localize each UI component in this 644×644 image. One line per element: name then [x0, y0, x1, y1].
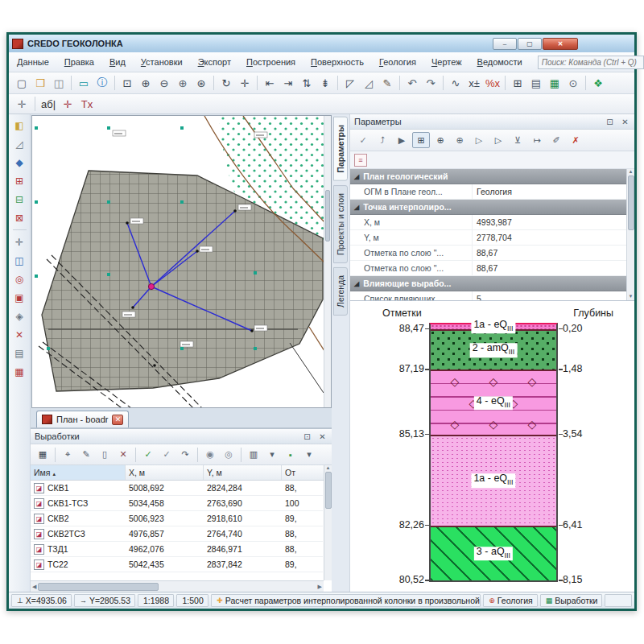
screen-scale-value[interactable]: 1:1988: [138, 594, 175, 607]
property-row[interactable]: Y, м2778,704: [350, 230, 626, 246]
apply-check-icon[interactable]: ✓: [354, 132, 372, 148]
menu-item-3[interactable]: Установки: [141, 57, 183, 67]
map-vertical-scrollbar[interactable]: [324, 116, 331, 407]
sheet-layout-icon[interactable]: ▤: [527, 74, 545, 92]
lock-closed-icon[interactable]: ◉: [201, 447, 219, 463]
menu-item-6[interactable]: Поверхность: [311, 57, 364, 67]
select-contour-icon[interactable]: ◿: [360, 74, 378, 92]
plan-tab-close-icon[interactable]: ✕: [112, 415, 123, 425]
screen-view-icon[interactable]: ▭: [75, 74, 93, 92]
sheet-icon[interactable]: ▤: [11, 345, 28, 361]
more-down-icon[interactable]: ⇟: [316, 74, 334, 92]
capture-cross-icon[interactable]: ⊞: [412, 132, 430, 148]
column-header-z[interactable]: От: [282, 465, 323, 480]
move-point-icon[interactable]: ⊕: [451, 132, 469, 148]
help-book-icon[interactable]: ❖: [589, 74, 607, 92]
menu-item-2[interactable]: Вид: [109, 57, 126, 67]
cursor-capture-icon[interactable]: ▷: [470, 132, 488, 148]
grid-red-icon[interactable]: ⊞: [11, 172, 28, 189]
table-row[interactable]: ◪ТЗД14962,0762846,97188,: [31, 542, 323, 557]
table-row[interactable]: ◪ТС225042,4352837,84289,: [31, 557, 323, 572]
close-button[interactable]: ✕: [543, 38, 578, 50]
geo-layer-2[interactable]: 2 - amQIII: [431, 331, 556, 371]
move-anchor-icon[interactable]: ✛: [13, 95, 31, 113]
property-row[interactable]: ОГМ в Плане геол...Геология: [350, 184, 626, 200]
pan-right-icon[interactable]: ⇥: [279, 74, 297, 92]
redo-icon[interactable]: ↷: [422, 74, 440, 92]
menu-item-9[interactable]: Ведомости: [477, 57, 522, 67]
table-vertical-scrollbar[interactable]: ▲: [324, 465, 332, 580]
fit-view-icon[interactable]: ✛: [236, 74, 254, 92]
points-icon[interactable]: ◆: [11, 154, 28, 171]
new-document-icon[interactable]: ▢: [13, 74, 31, 92]
select-rect-icon[interactable]: ◸: [341, 74, 359, 92]
tab-legend[interactable]: Легенда: [333, 267, 348, 316]
menu-item-5[interactable]: Построения: [246, 57, 295, 67]
selection-mode-icon[interactable]: ≡: [354, 154, 367, 167]
search-region-icon[interactable]: ⊞: [509, 74, 526, 92]
apply-icon[interactable]: ✓: [139, 447, 157, 463]
find-borehole-icon[interactable]: ⌖: [59, 447, 76, 463]
geo-layer-4[interactable]: 1а - eQIII: [431, 436, 556, 527]
delete-borehole-icon[interactable]: ▯: [96, 447, 114, 463]
columns-settings-icon[interactable]: ▥: [245, 447, 262, 463]
geological-column-view[interactable]: Отметки Глубины 1а - eQIII2 - amQIII◇◇◇◇…: [350, 301, 634, 592]
open-folder-icon[interactable]: ❒: [31, 74, 49, 92]
move-origin-icon[interactable]: ⊕: [431, 132, 449, 148]
dropdown-icon[interactable]: ▾: [263, 447, 281, 463]
trajectory-icon[interactable]: ∿: [447, 74, 464, 92]
percent-x-icon[interactable]: %x: [484, 74, 502, 92]
triangulation-icon[interactable]: ◿: [11, 135, 28, 152]
tab-parameters[interactable]: Параметры: [333, 117, 348, 181]
geo-layer-1[interactable]: 1а - eQIII: [431, 324, 556, 331]
grid-delete-icon[interactable]: ⊠: [11, 209, 28, 226]
refresh-icon[interactable]: ↻: [217, 74, 235, 92]
box-red-icon[interactable]: ▣: [11, 289, 28, 306]
menu-item-0[interactable]: Данные: [17, 57, 49, 67]
table-row[interactable]: ◪СКВ2ТСЗ4976,8572764,74088,: [31, 526, 323, 542]
menu-item-8[interactable]: Чертеж: [431, 57, 462, 67]
property-group-header[interactable]: ◢План геологический: [350, 169, 626, 184]
restore-icon[interactable]: ↷: [176, 447, 194, 463]
picker-icon[interactable]: ✐: [547, 132, 565, 148]
redirect-icon[interactable]: ⤴: [374, 132, 391, 148]
grid-green-icon[interactable]: ⊟: [11, 191, 28, 208]
target-icon[interactable]: ◎: [11, 270, 28, 287]
column-header-name[interactable]: Имя ▴: [31, 465, 126, 480]
dropdown-icon-2[interactable]: ▾: [300, 447, 318, 463]
delete-x-icon[interactable]: ✕: [11, 326, 28, 343]
status-geology-tab[interactable]: ⊕ Геология: [483, 594, 538, 607]
interpolation-icon[interactable]: ⊻: [509, 132, 526, 148]
table-horizontal-scrollbar[interactable]: ◀▶: [31, 580, 324, 592]
menu-item-4[interactable]: Экспорт: [198, 57, 231, 67]
geo-layer-5[interactable]: 3 - aQIII: [431, 527, 556, 582]
column-header-x[interactable]: X, м: [126, 465, 204, 480]
cancel-x-icon[interactable]: ✗: [567, 132, 584, 148]
text-x-icon[interactable]: Tx: [78, 95, 96, 113]
zoom-dynamic-icon[interactable]: ⊕: [174, 74, 192, 92]
table-row[interactable]: ◪СКВ15008,6922824,28488,: [31, 481, 323, 496]
tab-projects-layers[interactable]: Проекты и слои: [333, 185, 348, 263]
property-group-header[interactable]: ◢Влияющие вырабо...: [350, 276, 626, 291]
table-red-icon[interactable]: ▦: [11, 363, 28, 380]
confirm-icon[interactable]: ✓: [158, 447, 175, 463]
surface-set-icon[interactable]: ◧: [11, 117, 28, 134]
tab-plan[interactable]: План - boadr ✕: [36, 411, 129, 427]
panel-icon[interactable]: ◫: [11, 252, 28, 269]
text-anchor-icon[interactable]: ✛: [59, 95, 76, 113]
minimize-button[interactable]: –: [493, 38, 517, 50]
move-cross-icon[interactable]: ✛: [11, 233, 28, 250]
edit-borehole-icon[interactable]: ✎: [77, 447, 95, 463]
status-boreholes-tab[interactable]: ▦ Выработки: [540, 594, 603, 607]
maximize-button[interactable]: ▢: [518, 38, 542, 50]
command-search-input[interactable]: [538, 56, 644, 69]
save-icon[interactable]: ◫: [50, 74, 68, 92]
marker-green-icon[interactable]: ▪: [282, 447, 299, 463]
add-borehole-icon[interactable]: ▦: [34, 447, 52, 463]
zoom-window-icon[interactable]: ⊡: [118, 74, 136, 92]
info-icon[interactable]: ⓘ: [93, 74, 111, 92]
label-ab-icon[interactable]: аб|: [39, 95, 57, 113]
boreholes-close-icon[interactable]: ✕: [317, 431, 328, 442]
column-header-y[interactable]: Y, м: [204, 465, 282, 480]
scroll-vertical-icon[interactable]: ⇅: [298, 74, 316, 92]
